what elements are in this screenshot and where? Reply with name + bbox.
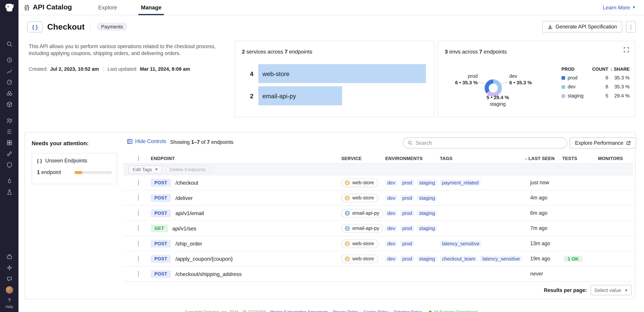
- chat-icon[interactable]: [0, 273, 18, 284]
- select-all-checkbox[interactable]: [138, 155, 139, 161]
- legend-row[interactable]: dev635.3 %: [562, 82, 630, 91]
- extensions-icon[interactable]: [0, 251, 18, 262]
- graphs-icon[interactable]: [0, 65, 18, 77]
- more-options-button[interactable]: ⋮: [626, 21, 636, 33]
- generate-api-spec-button[interactable]: Generate API Specification: [542, 21, 622, 33]
- row-checkbox[interactable]: [138, 271, 139, 277]
- service-pill[interactable]: email-api-py: [341, 209, 383, 217]
- environment-tag[interactable]: dev: [385, 195, 397, 201]
- tag[interactable]: checkout_team: [440, 256, 477, 261]
- watchdog-icon[interactable]: [0, 88, 18, 99]
- monitors-icon[interactable]: [0, 77, 18, 88]
- tab-explore[interactable]: Explore: [98, 0, 117, 15]
- legend-row[interactable]: staging529.4 %: [562, 91, 630, 100]
- profiling-icon[interactable]: [0, 175, 18, 186]
- environment-tag[interactable]: staging: [417, 210, 437, 216]
- environments-card: 3 envs across 7 endpoints prod 6 • 35.3 …: [438, 41, 636, 117]
- apm-icon[interactable]: [0, 126, 18, 137]
- explore-performance-button[interactable]: Explore Performance: [570, 137, 636, 148]
- endpoint-path[interactable]: /checkout/shipping_address: [176, 271, 242, 277]
- row-checkbox[interactable]: [138, 225, 139, 231]
- labs-icon[interactable]: [0, 186, 18, 197]
- results-per-page-select[interactable]: Select value ▼: [590, 285, 632, 295]
- service-pill[interactable]: web-store: [341, 194, 378, 202]
- footer-link[interactable]: Datadog Status: [394, 310, 422, 312]
- row-checkbox[interactable]: [138, 180, 139, 186]
- environment-tag[interactable]: prod: [400, 180, 414, 186]
- environment-tag[interactable]: prod: [400, 256, 414, 261]
- col-tags[interactable]: TAGS: [440, 156, 525, 161]
- environment-tag[interactable]: dev: [385, 225, 397, 231]
- environment-tag[interactable]: dev: [385, 210, 397, 216]
- legend-share-sort[interactable]: ↓ SHARE: [608, 67, 630, 72]
- containers-icon[interactable]: [0, 137, 18, 148]
- datadog-logo[interactable]: [0, 2, 18, 13]
- tag[interactable]: payment_related: [440, 180, 481, 186]
- help-button[interactable]: ? Help: [6, 295, 13, 312]
- sparkles-icon[interactable]: [0, 262, 18, 273]
- search-input[interactable]: [416, 140, 563, 146]
- environment-tag[interactable]: staging: [417, 195, 437, 201]
- tab-manage[interactable]: Manage: [141, 0, 162, 15]
- endpoint-path[interactable]: api/v1/email: [176, 210, 204, 216]
- environment-tag[interactable]: dev: [385, 180, 397, 186]
- endpoint-path[interactable]: /ship_order: [176, 240, 202, 247]
- row-checkbox[interactable]: [138, 210, 139, 216]
- top-header: {/} API Catalog Explore Manage Learn Mor…: [18, 0, 644, 15]
- search-icon[interactable]: [0, 38, 18, 49]
- footer-link[interactable]: Master Subscription Agreement: [270, 310, 328, 312]
- delete-endpoints-button[interactable]: Delete Endpoints: [166, 165, 210, 173]
- history-icon[interactable]: [0, 54, 18, 65]
- service-name: web-store: [352, 180, 374, 186]
- service-pill[interactable]: web-store: [341, 254, 378, 263]
- row-checkbox[interactable]: [138, 241, 139, 246]
- col-endpoint[interactable]: ENDPOINT: [148, 156, 341, 161]
- service-pill[interactable]: web-store: [341, 239, 378, 248]
- system-status[interactable]: All Systems Operational: [434, 310, 478, 312]
- col-last-seen[interactable]: ↓LAST SEEN: [525, 156, 562, 161]
- row-checkbox[interactable]: [138, 195, 139, 201]
- col-environments[interactable]: ENVIRONMENTS: [385, 156, 440, 161]
- col-service[interactable]: SERVICE: [341, 156, 385, 161]
- user-avatar[interactable]: [0, 284, 18, 295]
- integrations-icon[interactable]: [0, 99, 18, 110]
- hide-controls-button[interactable]: Hide Controls: [127, 139, 166, 144]
- synthetics-icon[interactable]: [0, 148, 18, 159]
- org-icon[interactable]: [0, 115, 18, 126]
- row-checkbox[interactable]: [138, 256, 139, 261]
- footer-link[interactable]: Cookie Policy: [364, 310, 388, 312]
- endpoint-path[interactable]: /checkout: [176, 180, 198, 186]
- endpoint-path[interactable]: /apply_coupon/{coupon}: [176, 256, 233, 262]
- legend-label: staging: [568, 93, 584, 99]
- divider: [90, 23, 91, 31]
- environment-tag[interactable]: dev: [385, 256, 397, 261]
- tag[interactable]: latency_sensitive: [440, 241, 482, 246]
- environment-tag[interactable]: prod: [400, 241, 414, 246]
- environment-tag[interactable]: staging: [417, 180, 437, 186]
- security-icon[interactable]: [0, 159, 18, 170]
- endpoint-path[interactable]: api/v1/ses: [172, 225, 196, 231]
- tag[interactable]: latency_sensitive: [480, 256, 522, 261]
- endpoint-path[interactable]: /deliver: [176, 195, 192, 201]
- service-bar[interactable]: web-store: [258, 64, 426, 83]
- col-tests[interactable]: TESTS: [562, 156, 598, 161]
- legend-row[interactable]: prod635.3 %: [562, 73, 630, 82]
- footer-link[interactable]: Privacy Policy: [333, 310, 358, 312]
- environment-tag[interactable]: dev: [385, 241, 397, 246]
- learn-more-link[interactable]: Learn More ▼: [603, 4, 636, 11]
- environment-tag[interactable]: prod: [400, 225, 414, 231]
- service-pill[interactable]: email-api-py: [341, 224, 383, 233]
- environment-tag[interactable]: prod: [400, 210, 414, 216]
- tests-badge[interactable]: 1 OK: [564, 256, 582, 261]
- category-pill[interactable]: Payments: [97, 23, 128, 31]
- expand-icon[interactable]: [624, 47, 629, 54]
- environment-tag[interactable]: prod: [400, 195, 414, 201]
- environment-tag[interactable]: staging: [417, 225, 437, 231]
- service-pill[interactable]: web-store: [341, 178, 378, 187]
- environment-tag[interactable]: staging: [417, 256, 437, 261]
- copyright-text: Copyright Datadog, Inc. 2024 - 25 211702…: [185, 310, 268, 312]
- edit-tags-button[interactable]: Edit Tags ▼: [128, 165, 162, 173]
- col-monitors[interactable]: MONITORS: [598, 156, 633, 161]
- service-bar[interactable]: email-api-py: [258, 86, 342, 105]
- unseen-endpoints-card[interactable]: { } Unseen Endpoints 1 endpoint: [32, 153, 117, 184]
